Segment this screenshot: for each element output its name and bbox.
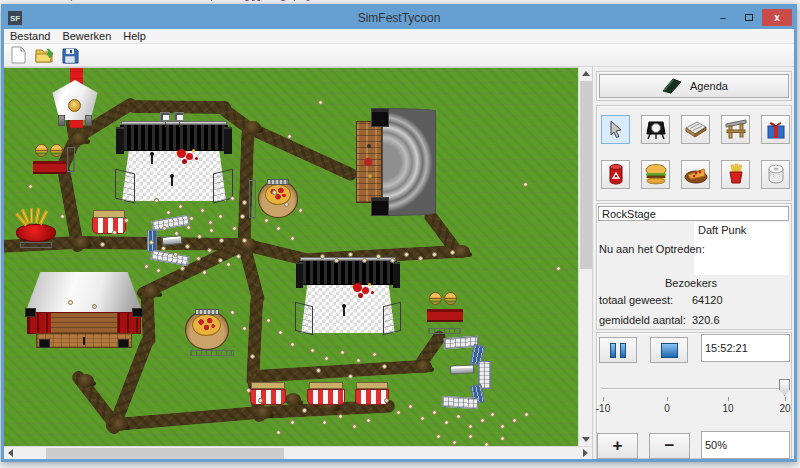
- title-bar[interactable]: SF SimFestTycoon – x: [4, 7, 794, 29]
- bench[interactable]: [20, 242, 52, 248]
- vertical-scroll-thumb[interactable]: [580, 81, 592, 269]
- toilet-block[interactable]: [442, 396, 479, 409]
- tool-fries-button[interactable]: [721, 160, 750, 189]
- speed-slider-track[interactable]: [601, 388, 787, 390]
- bush[interactable]: [74, 236, 90, 249]
- bench[interactable]: [428, 328, 461, 334]
- visitor-dot: [207, 248, 212, 253]
- open-file-button[interactable]: [33, 45, 55, 65]
- new-file-button[interactable]: [7, 45, 29, 65]
- burger-stand-1[interactable]: [33, 144, 66, 174]
- map-column: [4, 67, 592, 459]
- minimize-button[interactable]: –: [710, 9, 736, 26]
- bush[interactable]: [416, 360, 432, 373]
- scroll-up-arrow[interactable]: [579, 67, 593, 80]
- bush[interactable]: [454, 245, 470, 258]
- tool-path-tile-button[interactable]: [681, 115, 710, 144]
- striped-stand-2[interactable]: [250, 382, 286, 405]
- scroll-right-arrow[interactable]: [579, 447, 592, 459]
- close-button[interactable]: x: [762, 9, 792, 26]
- visitor-dot: [230, 196, 235, 201]
- save-file-button[interactable]: [59, 45, 81, 65]
- maximize-button[interactable]: [736, 9, 762, 26]
- tool-gift-button[interactable]: [761, 115, 790, 144]
- bush[interactable]: [72, 132, 88, 145]
- bush[interactable]: [112, 418, 128, 431]
- agenda-button[interactable]: Agenda: [599, 74, 789, 98]
- bench[interactable]: [190, 350, 234, 356]
- visitor-dot: [500, 436, 505, 441]
- visitor-dot: [68, 300, 73, 305]
- striped-stand-3[interactable]: [307, 382, 345, 405]
- visitor-dot: [316, 368, 321, 373]
- tool-stage-frame-button[interactable]: [721, 115, 750, 144]
- bush[interactable]: [245, 121, 261, 134]
- bush[interactable]: [78, 374, 94, 387]
- scroll-left-arrow[interactable]: [4, 447, 17, 459]
- dirt-path[interactable]: [253, 359, 430, 383]
- visitor-dot: [264, 218, 269, 223]
- bush[interactable]: [256, 406, 272, 419]
- rail[interactable]: [450, 364, 474, 374]
- entrance-tent[interactable]: [51, 80, 99, 126]
- tool-pizza-button[interactable]: [681, 160, 710, 189]
- tool-cursor-button[interactable]: [601, 115, 630, 144]
- visitor-dot: [396, 410, 401, 415]
- rock-stage[interactable]: [115, 121, 233, 201]
- rail[interactable]: [162, 235, 183, 246]
- map-horizontal-scrollbar[interactable]: [4, 446, 592, 459]
- visitor-dot: [338, 414, 343, 419]
- menu-bar: BestandBewerkenHelp: [4, 29, 794, 44]
- bench[interactable]: [249, 180, 256, 218]
- tool-burger-button[interactable]: [641, 160, 670, 189]
- pizza-stand-2[interactable]: [185, 310, 229, 350]
- menu-item-bewerken[interactable]: Bewerken: [56, 30, 117, 42]
- slider-tick: [728, 397, 729, 401]
- second-stage[interactable]: [295, 257, 401, 333]
- pizza-stand-1[interactable]: [258, 180, 298, 218]
- visitor-dot: [161, 246, 166, 251]
- menu-item-help[interactable]: Help: [117, 30, 152, 42]
- dirt-path[interactable]: [245, 121, 358, 182]
- striped-stand-1[interactable]: [92, 210, 126, 234]
- bush[interactable]: [285, 393, 301, 406]
- map-vertical-scrollbar[interactable]: [578, 67, 592, 446]
- visitor-dot: [556, 266, 561, 271]
- stop-button[interactable]: [650, 337, 688, 363]
- visitor-dot: [382, 364, 387, 369]
- dome-stage[interactable]: [356, 108, 436, 216]
- bench[interactable]: [67, 147, 75, 172]
- visitor-dot: [334, 258, 339, 263]
- visitor-dot: [456, 414, 461, 419]
- visitor-dot: [219, 238, 224, 243]
- barrier-piece[interactable]: [151, 215, 189, 231]
- visitor-dot: [432, 252, 437, 257]
- stage-name-input[interactable]: [598, 206, 789, 221]
- tool-spotlight-button[interactable]: [641, 115, 670, 144]
- visitor-dot: [173, 252, 178, 257]
- visitor-dot: [348, 252, 353, 257]
- pause-button[interactable]: [599, 337, 637, 363]
- visitor-dot: [166, 210, 171, 215]
- zoom-out-button[interactable]: −: [649, 433, 690, 459]
- average-visitors-label: gemiddeld aantal:: [599, 314, 686, 326]
- scroll-down-arrow[interactable]: [579, 433, 593, 446]
- visitor-dot: [272, 190, 277, 195]
- visitor-dot: [404, 252, 409, 257]
- zoom-in-button[interactable]: +: [597, 433, 638, 459]
- now-performing-box: Daft Punk: [694, 222, 789, 275]
- tool-trash-can-button[interactable]: [601, 160, 630, 189]
- zoom-level-field[interactable]: [701, 431, 790, 459]
- tool-toilet-paper-button[interactable]: [761, 160, 790, 189]
- horizontal-scroll-thumb[interactable]: [46, 448, 284, 459]
- festival-map[interactable]: [4, 67, 578, 446]
- bush[interactable]: [144, 285, 160, 298]
- barrier-piece[interactable]: [150, 250, 189, 266]
- fries-stand[interactable]: [16, 208, 56, 242]
- menu-item-bestand[interactable]: Bestand: [4, 30, 56, 42]
- burger-icon: [644, 163, 668, 187]
- burger-stand-2[interactable]: [427, 292, 463, 322]
- big-stage[interactable]: [25, 272, 143, 348]
- toilet-paper-icon: [765, 163, 787, 187]
- visitor-dot: [232, 226, 237, 231]
